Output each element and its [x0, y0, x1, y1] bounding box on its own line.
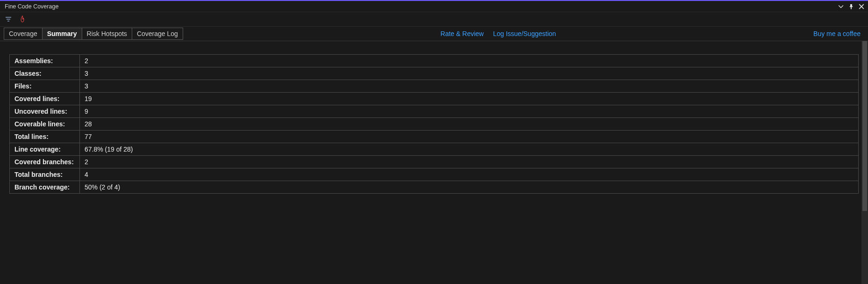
content-area: Assemblies: 2 Classes: 3 Files: 3 Covere… — [0, 41, 868, 284]
summary-value: 28 — [80, 118, 859, 131]
flame-icon[interactable] — [18, 15, 27, 24]
pin-icon[interactable] — [847, 3, 855, 10]
scrollbar-vertical[interactable] — [861, 41, 868, 284]
summary-value: 50% (2 of 4) — [80, 181, 859, 194]
table-row: Branch coverage: 50% (2 of 4) — [10, 181, 859, 194]
summary-value: 77 — [80, 131, 859, 143]
summary-label: Covered branches: — [10, 156, 80, 168]
summary-label: Line coverage: — [10, 143, 80, 156]
window-controls — [837, 3, 865, 10]
summary-label: Branch coverage: — [10, 181, 80, 194]
table-row: Covered lines: 19 — [10, 93, 859, 105]
tab-risk-hotspots[interactable]: Risk Hotspots — [82, 28, 132, 39]
titlebar-grip[interactable] — [62, 4, 833, 9]
titlebar: Fine Code Coverage — [0, 1, 868, 12]
rate-review-link[interactable]: Rate & Review — [441, 30, 484, 37]
center-links: Rate & Review Log Issue/Suggestion — [183, 30, 813, 37]
window-dropdown-icon[interactable] — [837, 3, 845, 10]
table-row: Line coverage: 67.8% (19 of 28) — [10, 143, 859, 156]
tab-coverage-log[interactable]: Coverage Log — [132, 28, 183, 39]
summary-value: 2 — [80, 156, 859, 168]
summary-value: 19 — [80, 93, 859, 105]
summary-value: 3 — [80, 80, 859, 93]
summary-label: Covered lines: — [10, 93, 80, 105]
table-row: Files: 3 — [10, 80, 859, 93]
log-issue-link[interactable]: Log Issue/Suggestion — [493, 30, 556, 37]
filter-icon[interactable] — [4, 15, 13, 24]
summary-label: Total branches: — [10, 168, 80, 181]
summary-table: Assemblies: 2 Classes: 3 Files: 3 Covere… — [9, 54, 859, 194]
table-row: Assemblies: 2 — [10, 55, 859, 67]
table-row: Total branches: 4 — [10, 168, 859, 181]
summary-label: Assemblies: — [10, 55, 80, 67]
summary-label: Uncovered lines: — [10, 105, 80, 118]
summary-label: Classes: — [10, 67, 80, 80]
table-row: Covered branches: 2 — [10, 156, 859, 168]
summary-value: 4 — [80, 168, 859, 181]
summary-value: 67.8% (19 of 28) — [80, 143, 859, 156]
window-title: Fine Code Coverage — [3, 3, 58, 10]
table-row: Total lines: 77 — [10, 131, 859, 143]
summary-value: 2 — [80, 55, 859, 67]
table-row: Uncovered lines: 9 — [10, 105, 859, 118]
tabbar-row: Coverage Summary Risk Hotspots Coverage … — [0, 26, 868, 41]
summary-value: 3 — [80, 67, 859, 80]
tab-coverage[interactable]: Coverage — [4, 28, 43, 39]
right-links: Buy me a coffee — [813, 30, 864, 37]
scrollbar-thumb[interactable] — [862, 41, 867, 211]
table-row: Coverable lines: 28 — [10, 118, 859, 131]
tabs: Coverage Summary Risk Hotspots Coverage … — [4, 28, 183, 40]
toolbar — [0, 12, 868, 26]
close-icon[interactable] — [858, 3, 865, 10]
summary-label: Coverable lines: — [10, 118, 80, 131]
table-row: Classes: 3 — [10, 67, 859, 80]
buy-coffee-link[interactable]: Buy me a coffee — [813, 30, 861, 37]
summary-label: Files: — [10, 80, 80, 93]
summary-label: Total lines: — [10, 131, 80, 143]
summary-value: 9 — [80, 105, 859, 118]
tab-summary[interactable]: Summary — [43, 28, 82, 39]
